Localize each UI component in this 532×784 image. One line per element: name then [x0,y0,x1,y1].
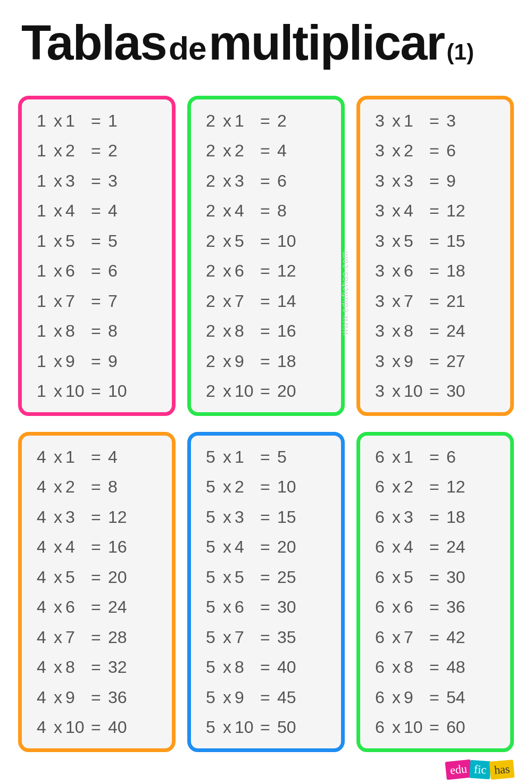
factor-b: 3 [404,172,429,189]
factor-b: 1 [404,448,429,465]
times-sign: x [51,448,65,465]
product: 4 [277,142,287,159]
multiplication-row: 5x7=35 [206,629,330,646]
factor-b: 2 [404,142,429,159]
product: 40 [108,719,127,736]
product: 6 [446,448,456,465]
multiplication-row: 5x2=10 [206,478,330,495]
factor-b: 10 [235,382,260,399]
equals-sign: = [260,353,277,370]
factor-b: 4 [235,538,260,555]
factor-b: 9 [404,689,429,706]
times-sign: x [220,382,235,399]
times-sign: x [220,448,235,465]
times-table-1: 1x1=11x2=21x3=31x4=41x5=51x6=61x7=71x8=8… [18,96,176,416]
product: 15 [446,232,466,249]
product: 30 [446,382,466,399]
product: 10 [277,478,296,495]
factor-a: 6 [375,598,389,615]
product: 4 [108,202,118,219]
logo-part-3: has [489,760,514,780]
multiplication-row: 3x8=24 [375,322,500,339]
factor-a: 2 [206,322,220,339]
multiplication-row: 3x7=21 [375,293,500,310]
factor-b: 1 [404,112,429,129]
times-sign: x [389,658,404,675]
multiplication-row: 5x4=20 [206,538,330,555]
title-word-2: de [169,30,206,66]
factor-a: 1 [37,382,51,399]
product: 40 [277,658,296,675]
times-sign: x [389,293,404,310]
product: 36 [446,598,466,615]
product: 20 [108,569,127,586]
times-sign: x [389,478,404,495]
product: 24 [446,322,466,339]
times-sign: x [51,719,65,736]
times-sign: x [389,629,404,646]
equals-sign: = [429,598,446,615]
factor-a: 3 [375,142,389,159]
equals-sign: = [429,658,446,675]
factor-b: 8 [235,658,260,675]
multiplication-row: 2x2=4 [206,142,330,159]
multiplication-row: 1x2=2 [37,142,161,159]
factor-a: 1 [37,202,51,219]
equals-sign: = [429,172,446,189]
times-sign: x [389,508,404,526]
equals-sign: = [429,629,446,646]
factor-a: 1 [37,262,51,279]
factor-a: 2 [206,112,220,129]
factor-b: 10 [404,719,429,736]
factor-b: 9 [235,353,260,370]
factor-b: 6 [404,262,429,279]
factor-b: 3 [404,508,429,526]
factor-a: 1 [37,353,51,370]
equals-sign: = [91,172,108,189]
product: 18 [446,262,466,279]
product: 4 [108,448,118,465]
multiplication-row: 3x3=9 [375,172,500,189]
product: 9 [108,353,118,370]
times-sign: x [220,353,235,370]
factor-a: 2 [206,293,220,310]
times-sign: x [220,202,235,219]
factor-a: 3 [375,172,389,189]
factor-b: 10 [65,382,91,399]
times-sign: x [51,112,65,129]
multiplication-row: 4x9=36 [37,689,161,706]
equals-sign: = [429,538,446,555]
factor-a: 2 [206,142,220,159]
times-sign: x [389,112,404,129]
multiplication-row: 6x3=18 [375,508,500,526]
factor-a: 3 [375,322,389,339]
product: 5 [108,232,118,249]
multiplication-row: 4x5=20 [37,569,161,586]
times-sign: x [51,538,65,555]
factor-a: 4 [37,719,51,736]
times-sign: x [220,262,235,279]
equals-sign: = [91,142,108,159]
times-sign: x [51,658,65,675]
multiplication-row: 6x4=24 [375,538,500,555]
multiplication-row: 1x6=6 [37,262,161,279]
factor-b: 7 [404,293,429,310]
times-sign: x [389,142,404,159]
times-sign: x [51,629,65,646]
multiplication-row: 6x10=60 [375,719,500,736]
times-sign: x [51,478,65,495]
factor-a: 5 [206,719,220,736]
product: 9 [446,172,456,189]
product: 21 [446,293,466,310]
factor-a: 4 [37,448,51,465]
product: 42 [446,629,466,646]
multiplication-row: 1x1=1 [37,112,161,129]
factor-b: 5 [404,569,429,586]
product: 3 [446,112,456,129]
times-sign: x [389,172,404,189]
tables-grid: 1x1=11x2=21x3=31x4=41x5=51x6=61x7=71x8=8… [18,96,514,752]
equals-sign: = [91,353,108,370]
equals-sign: = [429,689,446,706]
times-table-4: 4x1=44x2=84x3=124x4=164x5=204x6=244x7=28… [18,432,176,752]
factor-b: 3 [235,172,260,189]
